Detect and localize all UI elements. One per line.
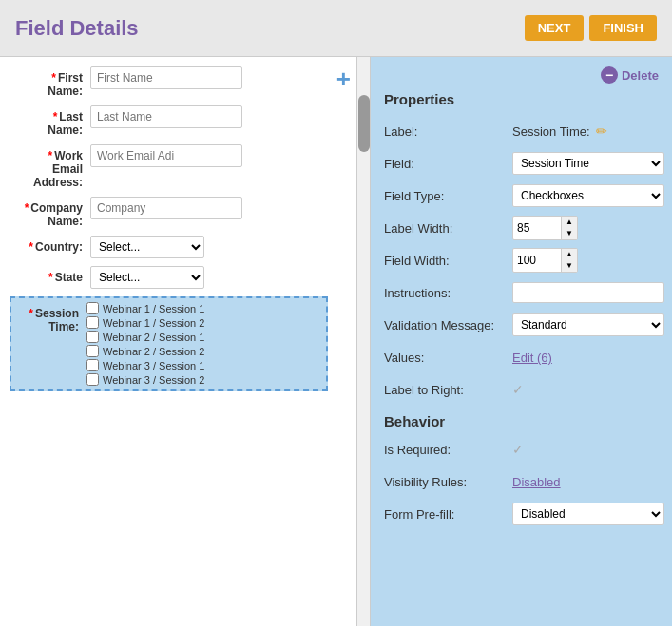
checkbox-item[interactable]: Webinar 1 / Session 1: [86, 302, 204, 314]
prefill-select[interactable]: Disabled: [512, 503, 664, 525]
prop-row-label-width: Label Width: ▲ ▼: [384, 216, 659, 240]
session-checkbox-3[interactable]: [86, 331, 99, 343]
prop-row-field: Field: Session Time: [384, 151, 659, 176]
required-star: *: [51, 71, 56, 85]
prop-label-instructions: Instructions:: [384, 286, 512, 300]
prop-label-required: Is Required:: [384, 443, 512, 457]
scrollbar[interactable]: [356, 57, 370, 626]
checkbox-item[interactable]: Webinar 3 / Session 2: [86, 373, 204, 386]
country-select-wrap: Select...: [90, 236, 204, 258]
session-checkboxes: Webinar 1 / Session 1 Webinar 1 / Sessio…: [86, 302, 204, 386]
prop-label-values: Values:: [384, 351, 512, 365]
header: Field Details NEXT FINISH: [0, 0, 672, 57]
left-panel: + *FirstName: *LastName:: [0, 57, 371, 626]
label-width-down[interactable]: ▼: [562, 228, 577, 239]
label-width-spinner-buttons: ▲ ▼: [561, 217, 577, 238]
properties-title: Properties: [384, 91, 659, 107]
header-buttons: NEXT FINISH: [525, 15, 657, 41]
required-star: *: [25, 201, 29, 215]
label-value-text: Session Time:: [512, 124, 590, 139]
field-width-spinner: ▲ ▼: [512, 248, 578, 272]
field-width-input[interactable]: [513, 251, 561, 270]
add-field-button[interactable]: +: [336, 65, 351, 94]
main-content: + *FirstName: *LastName:: [0, 57, 672, 626]
required-star: *: [53, 110, 58, 123]
validation-select[interactable]: Standard: [512, 313, 664, 336]
field-width-down[interactable]: ▼: [562, 260, 577, 272]
field-select[interactable]: Session Time: [512, 152, 664, 175]
company-name-row: *CompanyName:: [10, 197, 328, 228]
field-type-select[interactable]: Checkboxes: [512, 184, 664, 207]
session-checkbox-5[interactable]: [86, 359, 99, 371]
checkbox-label-2: Webinar 1 / Session 2: [103, 317, 204, 329]
session-checkbox-4[interactable]: [86, 345, 99, 357]
prop-row-prefill: Form Pre-fill: Disabled: [384, 502, 659, 526]
instructions-input[interactable]: [512, 282, 664, 303]
prop-label-label: Label:: [384, 124, 512, 139]
checkbox-label-4: Webinar 2 / Session 2: [103, 346, 204, 357]
first-name-label: *FirstName:: [10, 66, 90, 98]
checkbox-item[interactable]: Webinar 3 / Session 1: [86, 359, 204, 371]
country-label: *Country:: [10, 236, 90, 254]
prop-value-values: Edit (6): [512, 351, 659, 365]
prop-row-values: Values: Edit (6): [384, 345, 659, 370]
session-time-label: *SessionTime:: [15, 302, 86, 333]
prop-value-visibility: Disabled: [512, 475, 659, 489]
prop-value-field: Session Time: [512, 152, 664, 175]
scrollbar-thumb[interactable]: [358, 95, 370, 152]
prop-value-label-right: ✓: [512, 382, 659, 397]
work-email-row: *WorkEmailAddress:: [10, 144, 328, 189]
prop-row-instructions: Instructions:: [384, 280, 659, 305]
checkbox-label-6: Webinar 3 / Session 2: [103, 374, 204, 386]
checkbox-item[interactable]: Webinar 2 / Session 1: [86, 331, 204, 343]
company-name-input[interactable]: [90, 197, 242, 219]
field-width-up[interactable]: ▲: [562, 249, 577, 260]
session-checkbox-1[interactable]: [86, 302, 99, 314]
prop-row-visibility: Visibility Rules: Disabled: [384, 469, 659, 494]
prop-value-instructions: [512, 282, 664, 303]
prop-value-label: Session Time: ✏: [512, 123, 659, 139]
last-name-row: *LastName:: [10, 105, 328, 137]
visibility-rules-link[interactable]: Disabled: [512, 475, 561, 489]
edit-icon[interactable]: ✏: [596, 123, 607, 139]
required-star: *: [29, 240, 33, 254]
field-width-spinner-buttons: ▲ ▼: [561, 249, 577, 271]
delete-minus-icon[interactable]: −: [601, 66, 618, 84]
prop-label-visibility: Visibility Rules:: [384, 475, 512, 489]
prop-label-field-type: Field Type:: [384, 189, 512, 203]
right-panel: − Delete Properties Label: Session Time:…: [371, 57, 672, 626]
label-width-up[interactable]: ▲: [562, 217, 577, 228]
label-width-input[interactable]: [513, 218, 561, 237]
prop-label-field-width: Field Width:: [384, 254, 512, 268]
session-checkbox-6[interactable]: [86, 373, 99, 386]
prop-row-label-right: Label to Right: ✓: [384, 377, 659, 402]
prop-row-field-type: Field Type: Checkboxes: [384, 183, 659, 208]
required-star: *: [48, 271, 53, 284]
state-select-wrap: Select...: [90, 266, 204, 289]
checkbox-item[interactable]: Webinar 1 / Session 2: [86, 316, 204, 329]
edit-values-link[interactable]: Edit (6): [512, 351, 552, 365]
required-star: *: [48, 149, 53, 162]
delete-button[interactable]: Delete: [622, 68, 659, 83]
page-title: Field Details: [15, 16, 139, 41]
prop-label-label-right: Label to Right:: [384, 383, 512, 397]
form-area: *FirstName: *LastName: *WorkEmailAddress…: [0, 57, 356, 626]
session-checkbox-2[interactable]: [86, 316, 99, 329]
required-star: *: [29, 307, 33, 320]
checkbox-item[interactable]: Webinar 2 / Session 2: [86, 345, 204, 357]
finish-button[interactable]: FINISH: [589, 15, 657, 41]
next-button[interactable]: NEXT: [525, 15, 585, 41]
first-name-input[interactable]: [90, 66, 242, 89]
prop-value-field-type: Checkboxes: [512, 184, 664, 207]
prop-value-label-width: ▲ ▼: [512, 216, 659, 239]
work-email-input[interactable]: [90, 144, 242, 167]
label-right-check: ✓: [512, 382, 524, 397]
country-select[interactable]: Select...: [90, 236, 204, 258]
prop-label-field: Field:: [384, 157, 512, 171]
last-name-input[interactable]: [90, 105, 242, 128]
state-select[interactable]: Select...: [90, 266, 204, 289]
first-name-row: *FirstName:: [10, 66, 328, 98]
prop-value-required: ✓: [512, 442, 659, 457]
company-name-label: *CompanyName:: [10, 197, 90, 228]
checkbox-label-5: Webinar 3 / Session 1: [103, 360, 204, 371]
